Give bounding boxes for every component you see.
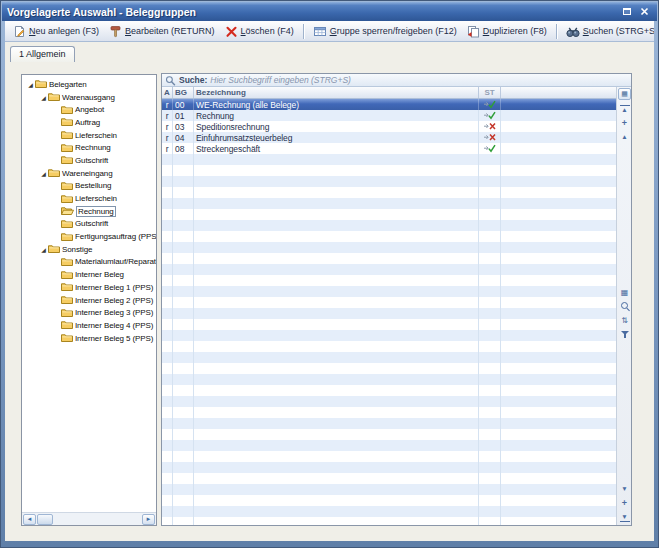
table-row-empty[interactable] [162, 363, 616, 374]
table-row-empty[interactable] [162, 154, 616, 165]
column-header-bg[interactable]: BG [173, 87, 194, 98]
table-row-empty[interactable] [162, 451, 616, 462]
table-row-empty[interactable] [162, 231, 616, 242]
table-row-empty[interactable] [162, 176, 616, 187]
tree-item-auftrag[interactable]: Auftrag [22, 116, 156, 129]
table-row-speditionsrechnung[interactable]: r03Speditionsrechnung [162, 121, 616, 132]
scroll-center-icon[interactable]: + [620, 119, 630, 128]
table-row-empty[interactable] [162, 396, 616, 407]
table-row-empty[interactable] [162, 220, 616, 231]
tree-item-bestellung[interactable]: Bestellung [22, 180, 156, 193]
table-row-empty[interactable] [162, 330, 616, 341]
cell-bg [173, 319, 194, 330]
table-row-empty[interactable] [162, 418, 616, 429]
tree-expander-icon[interactable]: ◢ [26, 81, 35, 88]
tree-expander-icon[interactable]: ◢ [39, 246, 48, 253]
table-row-empty[interactable] [162, 385, 616, 396]
tree-item-lieferschein[interactable]: Lieferschein [22, 192, 156, 205]
tree-item-fertigungsauftrag-pps[interactable]: Fertigungsauftrag (PPS) [22, 230, 156, 243]
cell-bezeichnung [194, 165, 479, 176]
table-row-empty[interactable] [162, 319, 616, 330]
table-row-empty[interactable] [162, 209, 616, 220]
table-row-empty[interactable] [162, 308, 616, 319]
table-row-empty[interactable] [162, 473, 616, 484]
table-row-we-rechnung-alle-belege[interactable]: r00WE-Rechnung (alle Belege) [162, 99, 616, 110]
column-header-st[interactable]: ST [479, 87, 501, 98]
tree-item-angebot[interactable]: Angebot [22, 103, 156, 116]
table-row-empty[interactable] [162, 484, 616, 495]
columns-icon[interactable]: ▦ [620, 288, 630, 297]
table-row-einfuhrumsatzsteuerbeleg[interactable]: r04Einfuhrumsatzsteuerbeleg [162, 132, 616, 143]
table-row-empty[interactable] [162, 517, 616, 525]
lock-group-button[interactable]: Gruppe sperren/freigeben (F12) [309, 23, 461, 40]
tree-item-materialumlauf-reparatur[interactable]: Materialumlauf/Reparatur [22, 256, 156, 269]
tree-item-interner-beleg-3-pps[interactable]: Interner Beleg 3 (PPS) [22, 306, 156, 319]
tree-item-rechnung[interactable]: Rechnung [22, 205, 156, 218]
column-header-a[interactable]: A [162, 87, 173, 98]
table-row-empty[interactable] [162, 374, 616, 385]
scroll-right-icon[interactable]: ► [142, 514, 155, 525]
filter-icon[interactable] [620, 330, 630, 339]
table-row-empty[interactable] [162, 462, 616, 473]
tree-item-interner-beleg-4-pps[interactable]: Interner Beleg 4 (PPS) [22, 319, 156, 332]
table-row-empty[interactable] [162, 440, 616, 451]
table-row-empty[interactable] [162, 286, 616, 297]
table-row-empty[interactable] [162, 187, 616, 198]
scroll-center-icon[interactable]: + [620, 499, 630, 508]
tree-item-interner-beleg-5-pps[interactable]: Interner Beleg 5 (PPS) [22, 332, 156, 345]
table-row-empty[interactable] [162, 275, 616, 286]
tree-item-interner-beleg-2-pps[interactable]: Interner Beleg 2 (PPS) [22, 294, 156, 307]
table-row-empty[interactable] [162, 198, 616, 209]
scrollbar-thumb[interactable] [37, 514, 53, 525]
tree-item-sonstige[interactable]: ◢Sonstige [22, 243, 156, 256]
table-row-streckengesch-ft[interactable]: r08Streckengeschäft [162, 143, 616, 154]
table-row-empty[interactable] [162, 165, 616, 176]
restore-button[interactable] [619, 5, 634, 18]
sort-icon[interactable]: ⇅ [620, 316, 630, 325]
table-row-empty[interactable] [162, 407, 616, 418]
column-chooser-icon[interactable]: ▦ [618, 88, 631, 100]
table-row-empty[interactable] [162, 242, 616, 253]
tree-item-interner-beleg-1-pps[interactable]: Interner Beleg 1 (PPS) [22, 281, 156, 294]
table-row-empty[interactable] [162, 297, 616, 308]
cell-bg: 04 [173, 132, 194, 143]
tree-item-gutschrift[interactable]: Gutschrift [22, 218, 156, 231]
table-row-empty[interactable] [162, 264, 616, 275]
tree-horizontal-scrollbar[interactable]: ◄ ► [22, 512, 156, 525]
tree-item-gutschrift[interactable]: Gutschrift [22, 154, 156, 167]
tree-item-belegarten[interactable]: ◢Belegarten [22, 78, 156, 91]
search-input[interactable] [210, 75, 628, 86]
search-small-icon[interactable] [620, 302, 630, 311]
table-row-empty[interactable] [162, 253, 616, 264]
tree-expander-icon[interactable]: ◢ [39, 94, 48, 101]
tree-item-interner-beleg[interactable]: Interner Beleg [22, 268, 156, 281]
table-row-empty[interactable] [162, 495, 616, 506]
table-row-empty[interactable] [162, 429, 616, 440]
scroll-up-icon[interactable]: ▲ [620, 133, 630, 142]
scroll-bottom-icon[interactable]: ▼ [620, 513, 630, 522]
close-button[interactable] [637, 5, 652, 18]
folder-icon [61, 282, 73, 292]
table-row-empty[interactable] [162, 506, 616, 517]
tree-expander-icon[interactable]: ◢ [39, 170, 48, 177]
folder-icon [61, 232, 73, 242]
tree-item-lieferschein[interactable]: Lieferschein [22, 129, 156, 142]
column-header-bezeichnung[interactable]: Bezeichnung [194, 87, 479, 98]
scroll-left-icon[interactable]: ◄ [23, 514, 36, 525]
cell-bg [173, 308, 194, 319]
table-row-rechnung[interactable]: r01Rechnung [162, 110, 616, 121]
tree-item-warenausgang[interactable]: ◢Warenausgang [22, 91, 156, 104]
table-row-empty[interactable] [162, 352, 616, 363]
tree-item-rechnung[interactable]: Rechnung [22, 141, 156, 154]
tree-item-wareneingang[interactable]: ◢Wareneingang [22, 167, 156, 180]
scroll-down-icon[interactable]: ▼ [620, 485, 630, 494]
new-button[interactable]: Neu anlegen (F3) [9, 23, 103, 40]
search-button[interactable]: Suchen (STRG+S) [562, 23, 654, 40]
cell-bg [173, 220, 194, 231]
duplicate-button[interactable]: Duplizieren (F8) [463, 23, 551, 40]
delete-button[interactable]: Löschen (F4) [221, 23, 298, 40]
toolbar-button-label: Bearbeiten (RETURN) [125, 26, 215, 36]
edit-button[interactable]: Bearbeiten (RETURN) [105, 23, 219, 40]
table-row-empty[interactable] [162, 341, 616, 352]
scroll-top-icon[interactable]: ▲ [620, 105, 630, 114]
